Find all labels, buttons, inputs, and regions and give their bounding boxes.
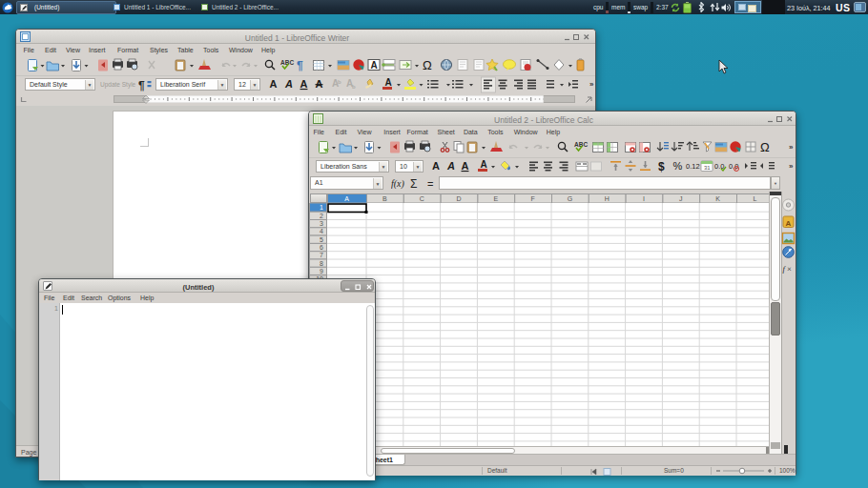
svg-text:C: C xyxy=(420,195,424,202)
svg-text:A: A xyxy=(481,159,487,170)
svg-text:A: A xyxy=(371,60,378,71)
svg-text:0.12: 0.12 xyxy=(686,162,700,171)
svg-text:Ω: Ω xyxy=(760,140,770,154)
svg-text:A: A xyxy=(284,78,293,90)
svg-text:2: 2 xyxy=(320,213,323,219)
svg-text:A: A xyxy=(446,160,455,172)
svg-text:Σ: Σ xyxy=(410,177,417,191)
svg-text:J: J xyxy=(679,195,683,202)
svg-text:%: % xyxy=(673,160,683,172)
svg-text:f ×: f × xyxy=(783,264,793,274)
svg-text:»: » xyxy=(789,143,794,152)
svg-text:A: A xyxy=(316,78,323,90)
svg-text:E: E xyxy=(493,195,498,202)
svg-text:A: A xyxy=(432,160,440,172)
svg-text:B: B xyxy=(382,195,387,202)
svg-text:A: A xyxy=(786,219,792,228)
svg-text:8: 8 xyxy=(320,260,323,267)
svg-text:A: A xyxy=(270,78,278,90)
svg-text:¶: ¶ xyxy=(297,59,303,72)
svg-text:G: G xyxy=(568,195,572,202)
svg-text:A: A xyxy=(385,77,392,88)
svg-text:9: 9 xyxy=(320,268,323,274)
svg-text:F: F xyxy=(530,195,534,202)
svg-text:L: L xyxy=(753,195,756,202)
svg-text:=: = xyxy=(427,178,433,190)
svg-text:31: 31 xyxy=(704,165,711,171)
svg-text:A: A xyxy=(300,78,308,90)
svg-text:b: b xyxy=(352,84,356,90)
svg-text:A: A xyxy=(344,195,349,202)
svg-text:b: b xyxy=(338,79,341,85)
svg-text:f(x): f(x) xyxy=(391,178,405,190)
svg-text:D: D xyxy=(456,195,461,202)
svg-text:»: » xyxy=(789,162,794,171)
svg-text:6: 6 xyxy=(320,244,323,251)
svg-text:7: 7 xyxy=(320,252,323,258)
svg-text:3: 3 xyxy=(320,220,323,227)
svg-text:I: I xyxy=(643,195,645,202)
svg-text:K: K xyxy=(715,195,720,202)
svg-text:0.0: 0.0 xyxy=(714,162,724,171)
svg-text:4: 4 xyxy=(320,228,323,234)
svg-text:»: » xyxy=(589,80,594,89)
svg-text:1: 1 xyxy=(320,204,323,211)
svg-text:H: H xyxy=(605,195,610,202)
svg-text:A: A xyxy=(462,160,469,172)
svg-text:5: 5 xyxy=(320,236,323,243)
svg-text:Ω: Ω xyxy=(423,58,432,72)
svg-text:$: $ xyxy=(658,160,665,173)
